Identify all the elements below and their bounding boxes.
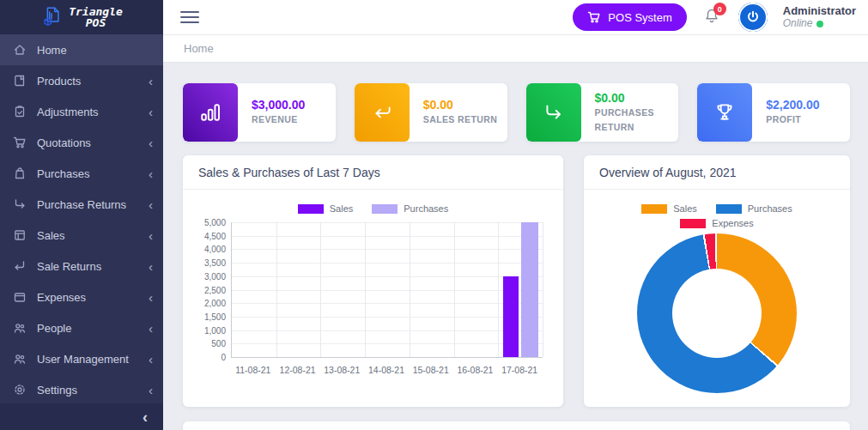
grid-line [276, 222, 277, 357]
sidebar-item-label: Purchase Returns [37, 198, 149, 211]
user-info: Administrator Online [783, 4, 856, 30]
y-tick-label: 1,000 [193, 325, 226, 335]
donut-chart-card: Overview of August, 2021 SalesPurchasesE… [584, 155, 850, 407]
donut-graphic [637, 233, 797, 393]
chevron-left-icon: ‹ [149, 106, 153, 118]
sidebar-item-settings[interactable]: Settings ‹ [0, 374, 163, 405]
power-icon [745, 9, 761, 25]
grid-line [232, 317, 543, 318]
sidebar-item-label: Products [37, 75, 149, 88]
legend-label: Purchases [748, 203, 792, 214]
sidebar-item-purchase-returns[interactable]: Purchase Returns ‹ [0, 189, 163, 220]
cart-icon [587, 10, 601, 24]
sidebar-item-sales[interactable]: Sales ‹ [0, 220, 163, 251]
sidebar-item-label: User Management [37, 353, 149, 366]
legend-swatch [298, 204, 324, 214]
legend-item: Purchases [716, 203, 792, 214]
legend-swatch [372, 204, 398, 214]
y-tick-label: 0 [193, 353, 226, 362]
grid-line [365, 222, 366, 357]
x-tick-label: 14-08-21 [368, 365, 404, 375]
pos-system-button[interactable]: POS System [573, 3, 686, 31]
notification-badge: 0 [713, 3, 726, 15]
sidebar-item-label: People [37, 322, 149, 335]
sidebar-item-home[interactable]: Home [0, 34, 163, 65]
chevron-left-icon: ‹ [149, 353, 153, 366]
grid-line [232, 222, 543, 223]
purchase-returns-icon [12, 197, 27, 211]
chevron-left-icon: ‹ [149, 75, 153, 88]
stat-card-purchases-return: $0.00 PURCHASES RETURN [526, 83, 679, 142]
bar-chart-title: Sales & Purchases of Last 7 Days [198, 166, 380, 179]
settings-icon [12, 383, 27, 397]
sidebar: Triangle POS Home Products ‹ Adjustments… [0, 0, 163, 430]
chevron-left-icon: ‹ [149, 384, 153, 397]
bar-chart-legend: SalesPurchases [270, 203, 476, 214]
grid-line [454, 222, 455, 357]
adjustments-icon [12, 105, 27, 118]
logo[interactable]: Triangle POS [0, 0, 163, 34]
legend-label: Sales [330, 203, 354, 214]
sidebar-item-products[interactable]: Products ‹ [0, 65, 163, 96]
sidebar-menu: Home Products ‹ Adjustments ‹ Quotations… [0, 34, 163, 405]
hamburger-menu-icon[interactable] [180, 8, 199, 27]
sidebar-item-label: Settings [37, 384, 149, 397]
sidebar-collapse-button[interactable]: ‹ [0, 403, 163, 430]
legend-swatch [716, 204, 742, 214]
bar-chart-card: Sales & Purchases of Last 7 Days SalesPu… [183, 155, 563, 407]
logo-text: Triangle POS [69, 6, 123, 28]
donut-chart [594, 233, 840, 393]
chevron-left-icon: ‹ [149, 260, 153, 273]
bar-chart-icon [183, 83, 238, 142]
stat-value: $0.00 [423, 98, 497, 112]
stat-label: PROFIT [766, 112, 819, 127]
home-icon [12, 43, 27, 57]
notifications-button[interactable]: 0 [702, 6, 723, 28]
y-tick-label: 2,000 [193, 299, 226, 308]
stat-value: $3,000.00 [252, 98, 305, 112]
bar-purchases [521, 222, 538, 357]
breadcrumb-home-link[interactable]: Home [184, 42, 214, 55]
bar-chart: 05001,0001,5002,0002,5003,0003,5004,0004… [193, 217, 553, 377]
chevron-left-icon: ‹ [143, 409, 148, 425]
purchases-icon [12, 167, 27, 180]
legend-item: Purchases [372, 203, 448, 214]
printer-box-logo-icon [40, 6, 63, 28]
legend-item: Expenses [680, 218, 753, 228]
sidebar-item-people[interactable]: People ‹ [0, 312, 163, 343]
x-tick-label: 17-08-21 [501, 365, 537, 375]
grid-line [498, 222, 499, 357]
bar-sales [503, 276, 519, 357]
chevron-left-icon: ‹ [149, 229, 153, 242]
chevron-left-icon: ‹ [149, 291, 153, 304]
expenses-icon [12, 290, 27, 304]
sidebar-item-expenses[interactable]: Expenses ‹ [0, 282, 163, 312]
y-tick-label: 4,000 [193, 245, 226, 254]
donut-chart-header: Overview of August, 2021 [584, 155, 850, 190]
grid-line [232, 290, 543, 291]
sidebar-item-adjustments[interactable]: Adjustments ‹ [0, 96, 163, 127]
sidebar-item-purchases[interactable]: Purchases ‹ [0, 158, 163, 189]
sidebar-item-label: Home [37, 44, 153, 57]
y-tick-label: 4,500 [193, 231, 226, 240]
y-tick-label: 1,500 [193, 312, 226, 321]
sidebar-item-user-management[interactable]: User Management ‹ [0, 343, 163, 374]
stat-card-sales-return: $0.00 SALES RETURN [355, 83, 507, 142]
sidebar-item-label: Sale Returns [37, 260, 149, 273]
sidebar-item-quotations[interactable]: Quotations ‹ [0, 127, 163, 158]
chevron-left-icon: ‹ [149, 322, 153, 335]
sidebar-item-sale-returns[interactable]: Sale Returns ‹ [0, 251, 163, 282]
charts-row: Sales & Purchases of Last 7 Days SalesPu… [183, 155, 850, 407]
grid-line [232, 263, 543, 263]
sidebar-item-label: Expenses [37, 291, 149, 304]
dashboard-screen: Triangle POS Home Products ‹ Adjustments… [0, 0, 868, 430]
user-name: Administrator [783, 4, 856, 17]
legend-label: Expenses [712, 218, 753, 228]
legend-swatch [641, 204, 667, 214]
x-tick-label: 16-08-21 [457, 365, 493, 375]
online-status-dot [816, 21, 823, 27]
user-avatar[interactable] [738, 3, 768, 32]
user-status: Online [783, 17, 856, 30]
legend-label: Sales [673, 203, 697, 214]
quotations-icon [12, 136, 27, 149]
